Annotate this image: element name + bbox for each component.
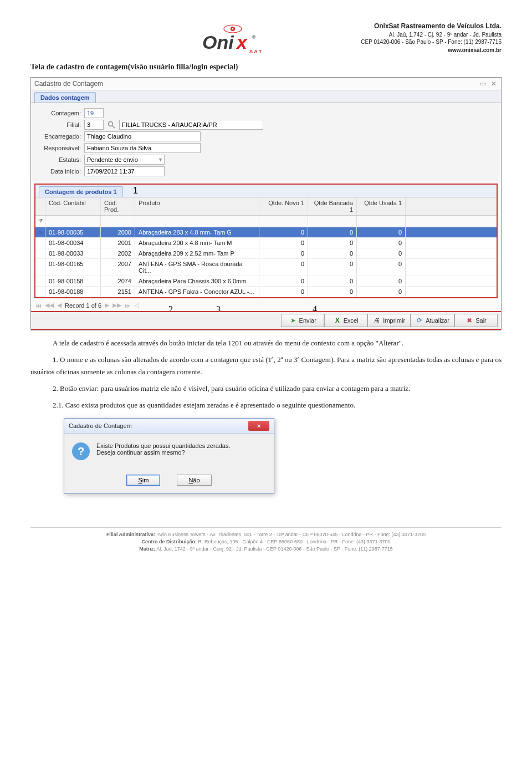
footer-label-1: Filial Administrativa: — [106, 532, 155, 537]
table-row[interactable]: 01-98-001652007ANTENA - GPS SMA - Rosca … — [35, 259, 497, 276]
table-row[interactable]: 01-98-000332002Abraçadeira 209 x 2.52 mm… — [35, 248, 497, 259]
company-name: OnixSat Rastreamento de Veículos Ltda. — [361, 22, 502, 31]
print-icon: 🖨 — [373, 317, 381, 324]
paragraph-intro: A tela de cadastro é acessada através do… — [30, 337, 502, 349]
page-footer: Filial Administrativa: Twin Business Tow… — [30, 527, 502, 552]
list-item-2-1: 2.1. Caso exista produtos que as quantid… — [30, 399, 502, 411]
pager: ⏮ ◀◀ ◀ Record 1 of 6 ▶ ▶▶ ⏭ ◁ — [31, 299, 501, 311]
footer-label-2: Centro de Distribuição: — [141, 539, 197, 544]
sair-button[interactable]: ✖ Sair — [454, 314, 498, 327]
svg-text:®: ® — [252, 34, 256, 40]
tab-contagem-produtos[interactable]: Contagem de produtos 1 — [39, 186, 123, 197]
list-item-2: 2. Botão enviar: para usuários matriz el… — [30, 383, 502, 395]
table-row[interactable]: >01-98-000352000Abraçadeira 283 x 4.8 mm… — [35, 227, 497, 238]
table-row[interactable]: 01-98-000342001Abraçadeira 200 x 4.8 mm-… — [35, 238, 497, 248]
imprimir-button[interactable]: 🖨 Imprimir — [367, 314, 411, 327]
window-title: Cadastro de Contagem — [34, 80, 103, 88]
company-addr2: CEP 01420-006 - São Paulo - SP - Fone: (… — [361, 38, 502, 45]
svg-line-8 — [112, 126, 115, 128]
grid-block: Contagem de produtos 1 1 Cód. Contábil C… — [34, 184, 498, 298]
body-text: A tela de cadastro é acessada através do… — [30, 337, 502, 411]
svg-text:S A T: S A T — [249, 49, 262, 54]
pager-text: Record 1 of 6 — [65, 302, 101, 309]
dialog-body: ? Existe Produtos que possui quantidades… — [64, 434, 274, 469]
footer-text-1: Twin Business Towers - Av. Tiradentes, 5… — [155, 532, 426, 537]
callout-1: 1 — [133, 186, 138, 196]
prev-arrow-icon[interactable]: ◁ — [134, 302, 139, 309]
col-selector — [35, 197, 45, 215]
label-estatus: Estatus: — [37, 156, 81, 163]
footer-text-3: Al. Jaú, 1742 - 9º andar - Conj. 92 - Jd… — [155, 546, 393, 552]
data-inicio-field[interactable] — [84, 166, 165, 176]
label-encarregado: Encarregado: — [37, 133, 81, 140]
list-item-1: 1. O nome e as colunas são alterados de … — [30, 354, 502, 378]
col-cod-prod[interactable]: Cód. Prod. — [101, 197, 135, 215]
dialog-close-button[interactable]: ✕ — [248, 421, 269, 431]
footer-label-3: Matriz: — [139, 546, 155, 552]
prev-icon[interactable]: ◀ — [57, 302, 62, 309]
dialog-message: Existe Produtos que possui quantidades z… — [96, 442, 231, 456]
sim-button[interactable]: Sim — [126, 475, 160, 486]
filial-name-field[interactable] — [119, 120, 263, 130]
refresh-icon: ⟳ — [416, 317, 423, 324]
tab-dados-contagem[interactable]: Dados contagem — [34, 92, 96, 103]
tab-row: Dados contagem — [31, 90, 501, 103]
filial-id-field[interactable] — [84, 120, 104, 130]
label-contagem: Contagem: — [37, 110, 81, 116]
atualizar-button[interactable]: ⟳ Atualizar — [411, 314, 454, 327]
app-window: Cadastro de Contagem ▭ ✕ Dados contagem … — [30, 77, 502, 330]
col-cod-contabil[interactable]: Cód. Contábil — [45, 197, 101, 215]
page-header: Oni x ® S A T OnixSat Rastreamento de Ve… — [30, 22, 502, 57]
question-icon: ? — [72, 442, 90, 460]
exit-icon: ✖ — [466, 317, 473, 324]
confirm-dialog: Cadastro de Contagem ✕ ? Existe Produtos… — [64, 418, 274, 494]
grid-filter-row[interactable]: ⧩ — [35, 216, 497, 227]
close-icon[interactable]: ✕ — [490, 80, 498, 88]
col-produto[interactable]: Produto — [135, 197, 259, 215]
col-qtde-bancada[interactable]: Qtde Bancada 1 — [308, 197, 357, 215]
onix-logo-icon: Oni x ® S A T — [197, 22, 269, 55]
label-filial: Filial: — [37, 121, 81, 128]
nao-button[interactable]: Não — [177, 475, 211, 486]
company-addr1: Al. Jaú, 1.742 - Cj. 92 - 9º andar - Jd.… — [361, 31, 502, 38]
svg-point-2 — [232, 28, 234, 30]
estatus-field[interactable] — [84, 155, 165, 165]
dialog-buttons: Sim Não — [64, 469, 274, 493]
table-row[interactable]: 01-98-001882151ANTENA - GPS Fakra - Cone… — [35, 287, 497, 297]
grid-header: Cód. Contábil Cód. Prod. Produto Qtde. N… — [35, 197, 497, 216]
grid-body: >01-98-000352000Abraçadeira 283 x 4.8 mm… — [35, 227, 497, 297]
label-data-inicio: Data início: — [37, 168, 81, 175]
grid-tab-row: Contagem de produtos 1 1 — [35, 185, 497, 197]
svg-text:Oni: Oni — [202, 32, 234, 53]
col-qtde-usada[interactable]: Qtde Usada 1 — [357, 197, 406, 215]
section-title: Tela de cadastro de contagem(visão usuár… — [30, 63, 502, 72]
dialog-titlebar: Cadastro de Contagem ✕ — [64, 419, 274, 434]
svg-text:x: x — [236, 32, 248, 53]
svg-point-7 — [109, 122, 113, 126]
footer-text-2: R. Rebouças, 105 - Galpão 4 - CEP 86060-… — [197, 539, 391, 544]
minimize-icon[interactable]: ▭ — [479, 80, 487, 88]
send-icon: ➤ — [289, 317, 297, 324]
encarregado-field[interactable] — [84, 131, 201, 141]
dialog-title: Cadastro de Contagem — [69, 422, 132, 429]
table-row[interactable]: 01-98-001582074Abraçadeira Para Chassis … — [35, 276, 497, 287]
next-icon[interactable]: ▶ — [105, 302, 109, 309]
search-icon[interactable] — [107, 120, 116, 129]
excel-icon: X — [334, 317, 341, 324]
col-qtde-novo[interactable]: Qtde. Novo 1 — [259, 197, 308, 215]
last-page-icon[interactable]: ⏭ — [125, 302, 131, 309]
next-page-icon[interactable]: ▶▶ — [112, 302, 121, 309]
toolbar: ➤ Enviar X Excel 🖨 Imprimir ⟳ Atualizar … — [31, 311, 501, 330]
window-titlebar: Cadastro de Contagem ▭ ✕ — [31, 78, 501, 90]
enviar-button[interactable]: ➤ Enviar — [281, 314, 324, 327]
logo: Oni x ® S A T — [197, 22, 269, 57]
first-page-icon[interactable]: ⏮ — [35, 302, 42, 309]
excel-button[interactable]: X Excel — [324, 314, 367, 327]
company-url: www.onixsat.com.br — [361, 47, 502, 54]
label-responsavel: Responsável: — [37, 145, 81, 151]
responsavel-field[interactable] — [84, 143, 201, 153]
company-info: OnixSat Rastreamento de Veículos Ltda. A… — [361, 22, 502, 54]
contagem-field[interactable] — [84, 108, 104, 118]
prev-page-icon[interactable]: ◀◀ — [45, 302, 54, 309]
form-area: Contagem: Filial: Encarregado: Responsáv… — [31, 103, 501, 181]
